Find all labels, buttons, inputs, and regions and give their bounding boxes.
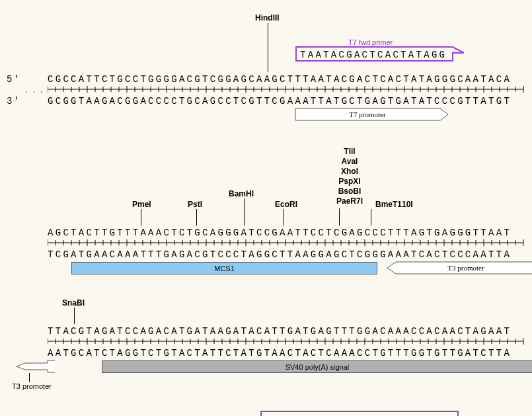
enzyme-tick-snabi <box>74 308 75 324</box>
enzyme-pmei: PmeI <box>132 200 151 209</box>
seq-block3-bot: AATGCATCTAGGTCTGTACTATTCTATGTAACTACTCAAA… <box>48 348 512 358</box>
enzyme-tick-pmei <box>141 209 141 226</box>
primer-seq-t7fwd: TAATACGACTCACTATAGG <box>300 50 447 60</box>
svg-text:T3 promoter: T3 promoter <box>447 264 484 272</box>
feature-label-t3-promoter: T3 promoter <box>12 382 52 390</box>
seq-block1-bot: GCGGTAAGACGGACCCCTGCAGCCTCGTTCGAAATTATGC… <box>48 96 512 106</box>
primer-label-t7fwd: T7 fwd primer <box>348 38 393 46</box>
enzyme-tick-ecori <box>284 209 284 226</box>
feature-t3-promoter-b2: T3 promoter <box>387 261 532 274</box>
feature-mcs1: MCS1 <box>71 262 377 274</box>
seq-block2-bot: TCGATGAACAAATTTGAGACGTCCCTAGGCTTAAGGAGCT… <box>48 249 512 260</box>
feature-t7-promoter: T7 promoter <box>295 108 450 121</box>
label-5prime: 5' <box>7 74 20 85</box>
enzyme-ecori: EcoRI <box>275 200 297 209</box>
ruler-block1 <box>48 85 531 93</box>
enzyme-tick-hindiii <box>268 23 268 72</box>
ellipsis-left: ... <box>24 85 46 95</box>
enzyme-tick-xho <box>339 208 340 226</box>
enzyme-tick-bamhi <box>244 198 245 226</box>
enzyme-tick-psti <box>196 209 197 226</box>
seq-block1-top: CGCCATTCTGCCTGGGGACGTCGGAGCAAGCTTTAATACG… <box>48 74 512 85</box>
enzyme-stack-xho: TliI AvaI XhoI PspXI BsoBI PaeR7I <box>330 147 369 206</box>
label-3prime: 3' <box>7 96 20 106</box>
seq-block2-top: AGCTACTTGTTTAAACTCTGCAGGGATCCGAATTCCTCGA… <box>48 228 512 238</box>
feature-t3-tick <box>29 373 30 382</box>
ruler-block2 <box>48 239 531 247</box>
svg-text:T7 promoter: T7 promoter <box>349 110 386 118</box>
seq-block3-top: TTACGTAGATCCAGACATGATAAGATACATTGATGAGTTT… <box>48 326 512 337</box>
enzyme-snabi: SnaBI <box>62 298 85 308</box>
enzyme-bamhi: BamHI <box>229 189 254 198</box>
enzyme-psti: PstI <box>188 200 202 209</box>
ruler-block3 <box>48 337 531 345</box>
feature-t3-promoter-tail <box>16 360 56 373</box>
enzyme-tick-bmet110i <box>371 209 371 226</box>
feature-sv40-polya: SV40 poly(A) signal <box>102 360 532 373</box>
enzyme-hindiii: HindIII <box>255 13 280 22</box>
enzyme-bmet110i: BmeT110I <box>375 200 413 209</box>
primer-outline-bottom <box>260 411 459 416</box>
